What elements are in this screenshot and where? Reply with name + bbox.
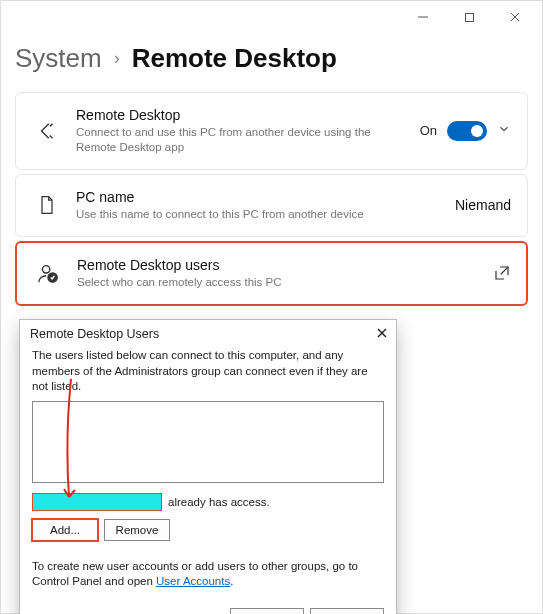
close-button[interactable]	[492, 1, 538, 33]
desktop-background-peek	[402, 553, 542, 613]
card-subtitle: Use this name to connect to this PC from…	[76, 207, 441, 222]
remote-desktop-users-dialog: Remote Desktop Users The users listed be…	[19, 319, 397, 614]
pc-name-card[interactable]: PC name Use this name to connect to this…	[15, 174, 528, 237]
settings-cards: Remote Desktop Connect to and use this P…	[1, 92, 542, 306]
close-icon	[509, 11, 521, 23]
dialog-close-button[interactable]	[376, 326, 388, 342]
pc-name-value-col: Niemand	[455, 197, 511, 213]
maximize-button[interactable]	[446, 1, 492, 33]
remote-desktop-users-card[interactable]: Remote Desktop users Select who can remo…	[15, 241, 528, 306]
users-card-text: Remote Desktop users Select who can remo…	[77, 257, 480, 290]
access-suffix-text: already has access.	[168, 496, 270, 508]
dialog-title: Remote Desktop Users	[30, 327, 159, 341]
pc-name-text: PC name Use this name to connect to this…	[76, 189, 441, 222]
remote-desktop-icon	[32, 120, 62, 142]
remove-button[interactable]: Remove	[104, 519, 170, 541]
remote-desktop-card[interactable]: Remote Desktop Connect to and use this P…	[15, 92, 528, 170]
document-icon	[32, 194, 62, 216]
window-titlebar	[1, 1, 542, 33]
toggle-state-label: On	[420, 123, 437, 138]
dialog-titlebar: Remote Desktop Users	[20, 320, 396, 348]
pc-name-value: Niemand	[455, 197, 511, 213]
svg-point-4	[43, 266, 50, 273]
card-title: PC name	[76, 189, 441, 205]
breadcrumb-system[interactable]: System	[15, 43, 102, 74]
current-user-access-row: already has access.	[32, 493, 384, 511]
ok-button[interactable]: OK	[230, 608, 304, 614]
card-subtitle: Connect to and use this PC from another …	[76, 125, 406, 155]
svg-rect-1	[465, 13, 473, 21]
card-title: Remote Desktop	[76, 107, 406, 123]
dialog-description: The users listed below can connect to th…	[32, 348, 384, 395]
remote-desktop-text: Remote Desktop Connect to and use this P…	[76, 107, 406, 155]
current-username-redacted	[32, 493, 162, 511]
user-check-icon	[33, 262, 63, 284]
chevron-down-icon[interactable]	[497, 122, 511, 139]
add-button[interactable]: Add...	[32, 519, 98, 541]
chevron-right-icon: ›	[114, 48, 120, 69]
card-subtitle: Select who can remotely access this PC	[77, 275, 480, 290]
card-title: Remote Desktop users	[77, 257, 480, 273]
open-external-icon	[494, 265, 510, 281]
cancel-button[interactable]: Cancel	[310, 608, 384, 614]
maximize-icon	[464, 12, 475, 23]
minimize-icon	[417, 11, 429, 23]
users-listbox[interactable]	[32, 401, 384, 483]
dialog-button-row: Add... Remove	[32, 519, 384, 541]
breadcrumb: System › Remote Desktop	[1, 33, 542, 92]
hint-suffix: .	[230, 575, 233, 587]
remote-desktop-toggle[interactable]	[447, 121, 487, 141]
remote-desktop-controls: On	[420, 121, 511, 141]
page-title: Remote Desktop	[132, 43, 337, 74]
dialog-footer: OK Cancel	[20, 600, 396, 614]
settings-window: System › Remote Desktop Remote Desktop C…	[0, 0, 543, 614]
dialog-body: The users listed below can connect to th…	[20, 348, 396, 600]
dialog-hint: To create new user accounts or add users…	[32, 559, 384, 590]
close-icon	[376, 327, 388, 339]
minimize-button[interactable]	[400, 1, 446, 33]
user-accounts-link[interactable]: User Accounts	[156, 575, 230, 587]
